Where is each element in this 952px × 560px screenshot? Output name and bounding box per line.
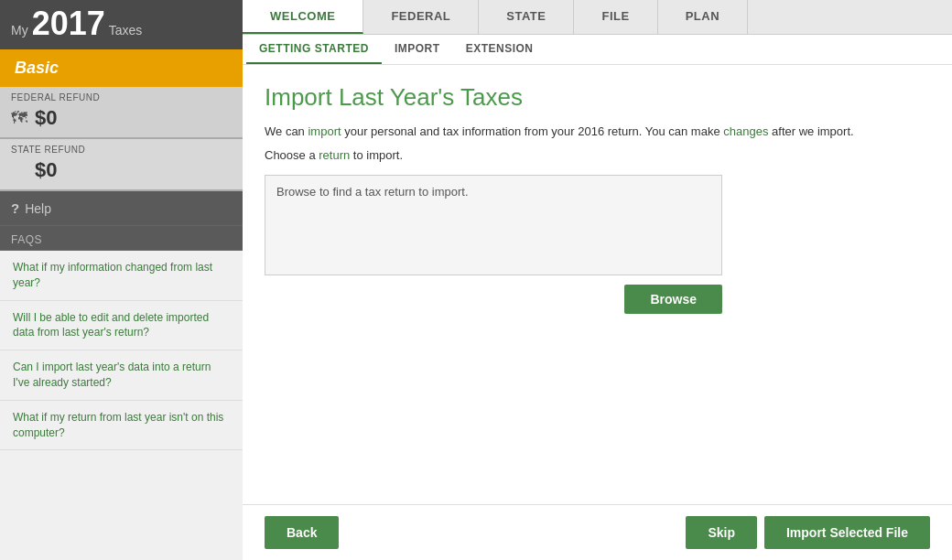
sidebar-year: 2017 bbox=[32, 7, 105, 40]
list-item[interactable]: Can I import last year's data into a ret… bbox=[0, 350, 243, 401]
federal-refund-row: 🗺 $0 bbox=[11, 106, 232, 130]
sidebar: My 2017 Taxes Basic FEDERAL REFUND 🗺 $0 … bbox=[0, 0, 243, 560]
sidebar-my-label: My bbox=[11, 23, 28, 38]
usa-map-icon: 🗺 bbox=[11, 109, 27, 128]
state-refund-section: STATE REFUND $0 bbox=[0, 139, 243, 191]
sidebar-basic: Basic bbox=[0, 49, 243, 87]
footer-right: Skip Import Selected File bbox=[686, 516, 930, 549]
list-item[interactable]: Will I be able to edit and delete import… bbox=[0, 301, 243, 351]
federal-refund-label: FEDERAL REFUND bbox=[11, 92, 232, 102]
footer: Back Skip Import Selected File bbox=[243, 504, 952, 560]
tab-welcome[interactable]: WELCOME bbox=[243, 0, 363, 34]
list-item[interactable]: What if my information changed from last… bbox=[0, 251, 243, 301]
top-tabs: WELCOME FEDERAL STATE FILE PLAN bbox=[243, 0, 952, 35]
federal-refund-section: FEDERAL REFUND 🗺 $0 bbox=[0, 87, 243, 139]
tab-file[interactable]: FILE bbox=[574, 0, 657, 34]
list-item[interactable]: What if my return from last year isn't o… bbox=[0, 401, 243, 451]
page-title: Import Last Year's Taxes bbox=[265, 83, 930, 112]
description-line1: We can import your personal and tax info… bbox=[265, 123, 930, 141]
help-question-mark: ? bbox=[11, 200, 19, 216]
faq-list: What if my information changed from last… bbox=[0, 251, 243, 560]
sidebar-taxes-label: Taxes bbox=[109, 23, 143, 38]
sidebar-header: My 2017 Taxes bbox=[0, 0, 243, 49]
browse-area: Browse to find a tax return to import. bbox=[265, 175, 722, 275]
description-line2: Choose a return to import. bbox=[265, 146, 930, 165]
skip-button[interactable]: Skip bbox=[686, 516, 757, 549]
sub-tabs: GETTING STARTED IMPORT EXTENSION bbox=[243, 35, 952, 65]
state-refund-row: $0 bbox=[11, 158, 232, 182]
content-area: Import Last Year's Taxes We can import y… bbox=[243, 65, 952, 504]
import-selected-file-button[interactable]: Import Selected File bbox=[764, 516, 930, 549]
sub-tab-getting-started[interactable]: GETTING STARTED bbox=[246, 35, 382, 64]
browse-button[interactable]: Browse bbox=[624, 285, 722, 314]
sub-tab-extension[interactable]: EXTENSION bbox=[453, 35, 546, 64]
sub-tab-import[interactable]: IMPORT bbox=[382, 35, 453, 64]
footer-left: Back bbox=[265, 516, 339, 549]
faqs-label: FAQs bbox=[0, 226, 243, 251]
help-label: Help bbox=[25, 201, 51, 216]
tab-state[interactable]: STATE bbox=[479, 0, 574, 34]
browse-button-row: Browse bbox=[265, 285, 722, 314]
state-refund-label: STATE REFUND bbox=[11, 145, 232, 155]
help-section[interactable]: ? Help bbox=[0, 191, 243, 226]
main-panel: WELCOME FEDERAL STATE FILE PLAN GETTING … bbox=[243, 0, 952, 560]
back-button[interactable]: Back bbox=[265, 516, 339, 549]
state-refund-amount: $0 bbox=[35, 158, 57, 182]
tab-federal[interactable]: FEDERAL bbox=[363, 0, 479, 34]
tab-plan[interactable]: PLAN bbox=[658, 0, 748, 34]
federal-refund-amount: $0 bbox=[35, 106, 57, 130]
browse-area-text: Browse to find a tax return to import. bbox=[276, 185, 469, 199]
